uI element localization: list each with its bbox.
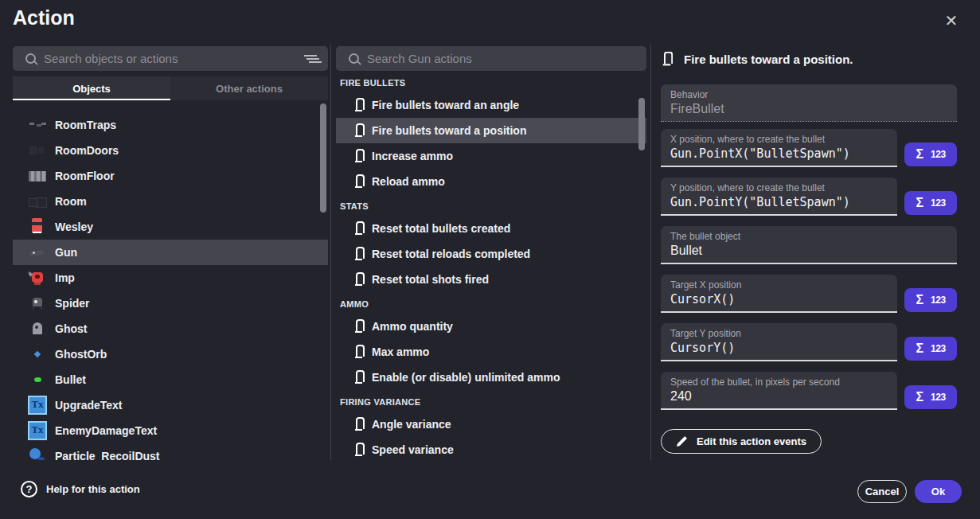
object-item-enemydamagetext[interactable]: EnemyDamageText: [13, 418, 328, 443]
action-item-reset-reloads-completed[interactable]: Reset total reloads completed: [336, 241, 646, 267]
object-item-room[interactable]: Room: [13, 189, 328, 214]
sigma-icon: Σ: [916, 196, 923, 210]
numbers-icon: 123: [931, 197, 946, 209]
wesley-sprite-icon: [28, 217, 47, 236]
action-name: Reset total reloads completed: [372, 248, 530, 260]
roomtraps-sprite-icon: [28, 115, 47, 135]
action-item-unlimited-ammo[interactable]: Enable (or disable) unlimited ammo: [336, 365, 646, 390]
action-name: Max ammo: [372, 345, 429, 358]
bullet-icon: [353, 271, 365, 287]
field-row-target-x: Target X position CursorX() Σ 123: [661, 275, 957, 313]
object-item-roomdoors[interactable]: RoomDoors: [13, 138, 328, 163]
object-name: Ghost: [55, 322, 87, 335]
close-icon[interactable]: ✕: [942, 11, 961, 30]
actions-search-input[interactable]: Search Gun actions: [336, 46, 646, 71]
object-item-upgradetext[interactable]: UpgradeText: [13, 392, 328, 418]
speed-field[interactable]: 240: [670, 389, 888, 404]
object-name: UpgradeText: [55, 399, 123, 412]
action-name: Angle variance: [372, 418, 451, 431]
panel-divider: [330, 45, 331, 460]
action-name: Speed variance: [372, 443, 454, 456]
sigma-icon: Σ: [916, 147, 923, 162]
object-item-ghostorb[interactable]: GhostOrb: [13, 341, 328, 367]
expression-editor-button[interactable]: Σ 123: [904, 142, 957, 166]
action-parameters-panel: Fire bullets toward a position. Behavior…: [661, 51, 957, 454]
action-item-reload-ammo[interactable]: Reload ammo: [336, 169, 646, 194]
page-title: Action: [13, 6, 75, 29]
expression-editor-button[interactable]: Σ 123: [904, 385, 957, 409]
object-item-spider[interactable]: Spider: [13, 291, 328, 316]
ok-button[interactable]: Ok: [915, 480, 962, 503]
field-label: The bullet object: [670, 231, 947, 242]
field-label: Y position, where to create the bullet: [670, 182, 888, 193]
action-item-angle-variance[interactable]: Angle variance: [336, 412, 646, 437]
numbers-icon: 123: [931, 149, 946, 160]
sigma-icon: Σ: [916, 341, 923, 356]
action-item-ammo-quantity[interactable]: Ammo quantity: [336, 314, 646, 339]
action-group-header: STATS: [336, 197, 646, 216]
object-item-bullet[interactable]: Bullet: [13, 367, 328, 392]
action-list-scrollbar[interactable]: [638, 98, 645, 150]
action-name: Increase ammo: [372, 150, 453, 162]
search-placeholder: Search Gun actions: [367, 52, 638, 65]
pencil-icon: [676, 435, 688, 447]
help-icon: ?: [21, 481, 37, 498]
filter-icon[interactable]: [304, 54, 317, 64]
object-name: Wesley: [55, 220, 93, 233]
roomfloor-sprite-icon: [28, 166, 47, 185]
object-item-wesley[interactable]: Wesley: [13, 214, 328, 240]
object-name: GhostOrb: [55, 348, 107, 361]
tab-other-actions[interactable]: Other actions: [170, 76, 328, 100]
bullet-icon: [353, 369, 365, 385]
action-group-header: FIRE BULLETS: [336, 73, 646, 92]
x-position-field[interactable]: Gun.PointX("BulletSpawn"): [670, 146, 888, 161]
action-item-reset-shots-fired[interactable]: Reset total shots fired: [336, 267, 646, 292]
action-item-fire-angle[interactable]: Fire bullets toward an angle: [336, 92, 646, 118]
target-y-field[interactable]: CursorY(): [670, 341, 888, 355]
help-link[interactable]: ? Help for this action: [21, 481, 140, 498]
bullet-icon: [353, 123, 365, 139]
object-item-imp[interactable]: Imp: [13, 265, 328, 291]
gun-sprite-icon: [28, 243, 47, 262]
action-item-fire-position-selected[interactable]: Fire bullets toward a position: [336, 118, 646, 143]
action-item-increase-ammo[interactable]: Increase ammo: [336, 143, 646, 169]
cancel-button[interactable]: Cancel: [857, 480, 907, 503]
numbers-icon: 123: [931, 392, 946, 403]
tab-objects[interactable]: Objects: [13, 76, 170, 100]
object-list: RoomTraps RoomDoors RoomFloor Room Wesle…: [13, 101, 328, 460]
object-name: Gun: [55, 246, 77, 259]
bullet-object-field[interactable]: Bullet: [670, 244, 947, 258]
action-description: Fire bullets toward a position.: [684, 53, 853, 66]
object-name: Spider: [55, 297, 90, 310]
object-item-roomfloor[interactable]: RoomFloor: [13, 163, 328, 189]
expression-editor-button[interactable]: Σ 123: [904, 191, 957, 215]
bullet-icon: [353, 318, 365, 334]
left-tabbar: Objects Other actions: [13, 76, 328, 100]
expression-editor-button[interactable]: Σ 123: [904, 288, 957, 312]
object-item-ghost[interactable]: Ghost: [13, 316, 328, 341]
field-row-speed: Speed of the bullet, in pixels per secon…: [661, 372, 957, 410]
expression-editor-button[interactable]: Σ 123: [904, 337, 957, 361]
object-item-particle-recoildust[interactable]: Particle_RecoilDust: [13, 443, 328, 460]
object-name: Room: [55, 195, 87, 208]
sigma-icon: Σ: [916, 293, 923, 307]
object-name: RoomTraps: [55, 119, 116, 131]
action-dialog: Action ✕ Search objects or actions Objec…: [0, 0, 980, 519]
action-item-reset-bullets-created[interactable]: Reset total bullets created: [336, 216, 646, 241]
numbers-icon: 123: [931, 295, 946, 306]
action-item-max-ammo[interactable]: Max ammo: [336, 339, 646, 365]
object-item-roomtraps[interactable]: RoomTraps: [13, 112, 328, 138]
object-name: EnemyDamageText: [55, 424, 157, 437]
object-name: Bullet: [55, 373, 86, 386]
field-label: Target Y position: [670, 328, 888, 339]
edit-action-events-button[interactable]: Edit this action events: [661, 429, 822, 454]
target-x-field[interactable]: CursorX(): [670, 292, 888, 306]
object-list-scrollbar[interactable]: [320, 103, 326, 213]
object-item-gun-selected[interactable]: Gun: [13, 240, 328, 265]
action-item-clipped[interactable]: Speed variance: [336, 437, 646, 460]
objects-search-input[interactable]: Search objects or actions: [13, 46, 328, 71]
y-position-field[interactable]: Gun.PointY("BulletSpawn"): [670, 195, 888, 209]
object-name: RoomFloor: [55, 170, 115, 182]
bullet-icon: [353, 97, 365, 113]
sigma-icon: Σ: [916, 390, 923, 404]
